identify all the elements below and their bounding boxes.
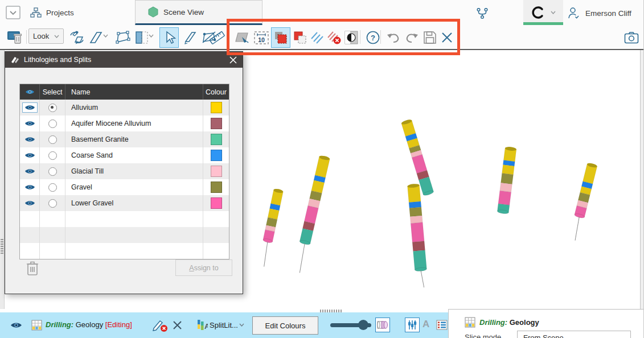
draw-line-button[interactable]: [181, 27, 200, 48]
slice-half-button[interactable]: [132, 27, 151, 48]
radio-button[interactable]: [48, 199, 57, 208]
rotate-slicer-button[interactable]: [67, 27, 87, 48]
colour-swatch[interactable]: [211, 166, 222, 177]
colour-swatch[interactable]: [211, 150, 222, 161]
lithology-name[interactable]: Gravel: [65, 179, 203, 195]
row-select-radio[interactable]: [40, 131, 65, 147]
selection-visibility-button[interactable]: [342, 27, 361, 48]
row-select-radio[interactable]: [40, 116, 65, 131]
show-selected-intervals-button[interactable]: [307, 27, 327, 48]
central-connection-button[interactable]: [523, 0, 563, 25]
row-visibility-toggle[interactable]: [20, 116, 40, 131]
legend-button[interactable]: [436, 320, 448, 330]
left-splitter-grip[interactable]: [1, 239, 3, 254]
row-select-radio[interactable]: [40, 100, 65, 116]
radio-button[interactable]: [48, 104, 57, 112]
lithology-name[interactable]: Basement Granite: [65, 131, 203, 147]
look-dropdown[interactable]: Look: [28, 28, 64, 44]
object-visibility-toggle[interactable]: [10, 321, 22, 329]
lithology-row[interactable]: Coarse Sand: [20, 147, 229, 163]
branch-button[interactable]: [476, 7, 489, 19]
lithology-name[interactable]: Aquifer Miocene Alluvium: [65, 116, 203, 131]
edit-colours-button[interactable]: Edit Colours: [252, 316, 318, 335]
clear-selection-button[interactable]: [325, 27, 344, 48]
colour-swatch[interactable]: [211, 197, 222, 209]
lithology-row[interactable]: Glacial Till: [20, 163, 229, 179]
screenshot-button[interactable]: [622, 27, 641, 48]
lithology-name[interactable]: Coarse Sand: [65, 147, 203, 163]
row-select-radio[interactable]: [40, 147, 65, 163]
collapse-panel-button[interactable]: [6, 6, 20, 19]
save-button[interactable]: [420, 27, 440, 48]
row-visibility-toggle[interactable]: [20, 147, 40, 163]
lithology-colour-cell[interactable]: [203, 163, 229, 179]
lithology-colour-cell[interactable]: [203, 147, 229, 163]
cancel-edit-button[interactable]: [153, 319, 168, 332]
lithology-row[interactable]: Lower Gravel: [20, 195, 229, 211]
row-visibility-toggle[interactable]: [20, 131, 40, 147]
lithology-colour-cell[interactable]: [203, 195, 229, 211]
lithology-row[interactable]: Alluvium: [20, 100, 229, 116]
lithology-colour-cell[interactable]: [203, 100, 229, 116]
row-visibility-toggle[interactable]: [20, 195, 40, 211]
slice-mode-select[interactable]: From Scene: [517, 331, 631, 338]
interval-filter-button[interactable]: [405, 318, 420, 332]
close-tool-button[interactable]: [437, 27, 457, 48]
redo-button[interactable]: [402, 27, 421, 48]
user-menu[interactable]: Emerson Cliff: [567, 7, 631, 19]
lithology-row[interactable]: Basement Granite: [20, 131, 229, 147]
radio-button[interactable]: [48, 183, 57, 192]
column-selector-chevron[interactable]: [239, 323, 244, 327]
lithology-name[interactable]: Glacial Till: [65, 163, 203, 179]
clear-scene-button[interactable]: [6, 27, 25, 48]
help-button[interactable]: ?: [363, 27, 383, 48]
undo-button[interactable]: [384, 27, 403, 48]
remove-object-button[interactable]: [173, 320, 182, 330]
projects-menu[interactable]: Projects: [30, 7, 74, 18]
delete-lithology-button[interactable]: [25, 259, 40, 277]
scene-object-bar: Drilling: Geology [Editing] A: [0, 312, 448, 338]
assign-to-button[interactable]: Assign to: [175, 259, 232, 276]
active-object-label[interactable]: Drilling: Geology [Editing]: [46, 320, 132, 329]
lithology-name[interactable]: Alluvium: [65, 100, 203, 116]
lithology-colour-cell[interactable]: [203, 179, 229, 195]
colour-swatch[interactable]: [211, 182, 222, 193]
row-visibility-toggle[interactable]: [20, 100, 40, 116]
remove-from-selection-button[interactable]: [290, 27, 310, 48]
add-to-selection-button[interactable]: [271, 27, 290, 48]
radio-button[interactable]: [48, 135, 57, 144]
column-selector-dropdown[interactable]: SplitLit...: [210, 321, 238, 329]
row-visibility-toggle[interactable]: [20, 163, 40, 179]
text-display-button[interactable]: A: [423, 319, 429, 330]
row-select-radio[interactable]: [40, 195, 65, 211]
row-visibility-toggle[interactable]: [20, 179, 40, 195]
radio-button[interactable]: [48, 167, 57, 176]
dialog-title-bar[interactable]: Lithologies and Splits: [5, 52, 243, 68]
radius-slider-thumb[interactable]: [358, 320, 368, 330]
select-tool-button[interactable]: [159, 27, 179, 48]
colour-swatch[interactable]: [211, 102, 222, 113]
colour-swatch[interactable]: [211, 134, 222, 145]
object-name: Geology: [76, 320, 103, 329]
cylinder-display-button[interactable]: [375, 318, 390, 332]
lithology-row[interactable]: Aquifer Miocene Alluvium: [20, 116, 229, 131]
radio-button[interactable]: [48, 151, 57, 160]
interval-selection-button[interactable]: [232, 27, 252, 48]
visibility-column-header[interactable]: [20, 84, 40, 100]
lithology-colour-cell[interactable]: [203, 116, 229, 131]
row-select-radio[interactable]: [40, 179, 65, 195]
dialog-close-button[interactable]: [228, 55, 238, 65]
slicer-tool-button[interactable]: [87, 27, 106, 48]
draw-slicer-polyline-button[interactable]: [113, 27, 132, 48]
lithology-row[interactable]: Gravel: [20, 179, 229, 195]
tab-scene-view[interactable]: Scene View: [135, 0, 262, 26]
lithology-colour-cell[interactable]: [203, 131, 229, 147]
radio-button[interactable]: [48, 119, 57, 128]
row-select-radio[interactable]: [40, 163, 65, 179]
selection-width-button[interactable]: 10: [252, 27, 271, 48]
slice-half-dropdown-chevron[interactable]: [149, 34, 154, 38]
ruler-button[interactable]: [207, 27, 227, 48]
colour-swatch[interactable]: [211, 118, 222, 129]
lithology-name[interactable]: Lower Gravel: [65, 195, 203, 211]
slicer-dropdown-chevron[interactable]: [103, 34, 108, 38]
